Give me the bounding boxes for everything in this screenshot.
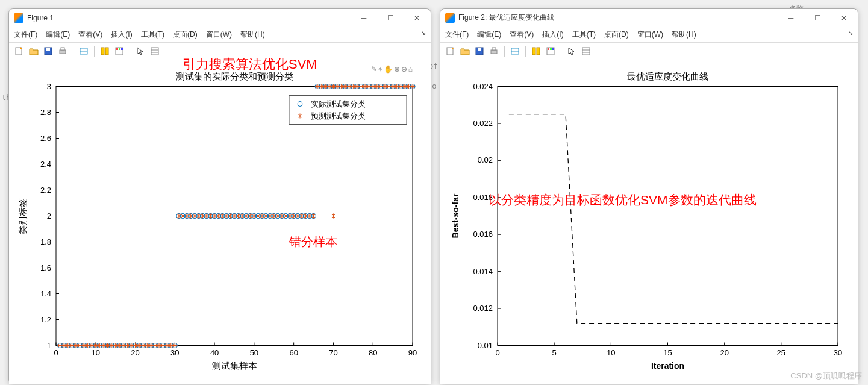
colorbar-button[interactable]	[113, 45, 126, 58]
save-button[interactable]	[42, 45, 55, 58]
close-button[interactable]: ✕	[408, 12, 426, 24]
svg-text:50: 50	[250, 348, 258, 357]
datatip-icon[interactable]: ⌖	[378, 65, 382, 74]
svg-text:类别标签: 类别标签	[17, 198, 28, 234]
menu-overflow-icon[interactable]: ↘	[421, 30, 426, 40]
new-figure-button[interactable]	[444, 45, 457, 58]
svg-rect-167	[548, 48, 549, 50]
menu-tools[interactable]: 工具(T)	[141, 30, 164, 40]
open-button[interactable]	[27, 45, 40, 58]
svg-rect-173	[498, 87, 838, 346]
svg-text:70: 70	[329, 348, 337, 357]
svg-text:10: 10	[92, 348, 100, 357]
svg-text:1.2: 1.2	[40, 315, 51, 324]
new-figure-button[interactable]	[13, 45, 26, 58]
svg-rect-10	[116, 48, 118, 50]
svg-text:0.01: 0.01	[478, 341, 493, 350]
svg-text:实际测试集分类: 实际测试集分类	[311, 99, 366, 108]
svg-text:Best-so-far: Best-so-far	[451, 193, 460, 238]
menu-window[interactable]: 窗口(W)	[206, 30, 232, 40]
svg-text:40: 40	[210, 348, 219, 357]
svg-rect-170	[582, 48, 590, 55]
menubar: 文件(F) 编辑(E) 查看(V) 插入(I) 工具(T) 桌面(D) 窗口(W…	[9, 27, 431, 43]
svg-rect-12	[121, 48, 123, 50]
svg-rect-160	[491, 50, 497, 54]
titlebar[interactable]: Figure 1 ─ ☐ ✕	[9, 9, 431, 27]
menu-tools[interactable]: 工具(T)	[572, 30, 596, 40]
print-button[interactable]	[56, 45, 69, 58]
menu-insert[interactable]: 插入(I)	[542, 30, 563, 40]
svg-text:30: 30	[834, 348, 842, 357]
menu-view[interactable]: 查看(V)	[510, 30, 534, 40]
svg-text:1: 1	[47, 341, 51, 350]
brush-icon[interactable]: ✎	[371, 65, 377, 74]
menu-edit[interactable]: 编辑(E)	[46, 30, 70, 40]
svg-text:2.6: 2.6	[40, 134, 51, 143]
svg-text:20: 20	[720, 348, 728, 357]
svg-text:1.4: 1.4	[40, 289, 51, 298]
svg-text:90: 90	[408, 348, 417, 357]
svg-rect-164	[532, 48, 535, 55]
watermark: CSDN @顶呱呱程序	[790, 371, 862, 381]
svg-text:15: 15	[663, 348, 672, 357]
print-button[interactable]	[487, 45, 501, 58]
svg-text:测试集的实际分类和预测分类: 测试集的实际分类和预测分类	[176, 71, 293, 81]
link-button[interactable]	[77, 45, 90, 58]
plot-area-2: 0510152025300.010.0120.0140.0160.0180.02…	[440, 60, 858, 384]
svg-text:60: 60	[289, 348, 298, 357]
menu-edit[interactable]: 编辑(E)	[477, 30, 501, 40]
svg-text:0.02: 0.02	[478, 155, 493, 164]
menu-help[interactable]: 帮助(H)	[672, 30, 696, 40]
pointer-button[interactable]	[134, 45, 147, 58]
svg-rect-11	[119, 48, 120, 50]
svg-text:0.014: 0.014	[473, 267, 493, 276]
zoomin-icon[interactable]: ⊕	[394, 65, 400, 74]
maximize-button[interactable]: ☐	[808, 12, 826, 24]
svg-rect-161	[492, 48, 496, 50]
svg-rect-168	[550, 48, 552, 50]
svg-text:2.4: 2.4	[40, 160, 51, 169]
menu-help[interactable]: 帮助(H)	[240, 30, 265, 40]
close-button[interactable]: ✕	[835, 12, 853, 24]
line-chart: 0510152025300.010.0120.0140.0160.0180.02…	[440, 60, 858, 384]
svg-text:30: 30	[170, 348, 179, 357]
svg-rect-8	[105, 48, 108, 55]
svg-text:最优适应度变化曲线: 最优适应度变化曲线	[627, 71, 708, 81]
minimize-button[interactable]: ─	[355, 12, 373, 24]
menu-file[interactable]: 文件(F)	[14, 30, 37, 40]
menu-desktop[interactable]: 桌面(D)	[173, 30, 198, 40]
inspector-button[interactable]	[148, 45, 161, 58]
menu-desktop[interactable]: 桌面(D)	[604, 30, 629, 40]
menu-window[interactable]: 窗口(W)	[637, 30, 663, 40]
figure-1-window: Figure 1 ─ ☐ ✕ 文件(F) 编辑(E) 查看(V) 插入(I) 工…	[8, 8, 431, 384]
minimize-button[interactable]: ─	[782, 12, 800, 24]
pan-icon[interactable]: ✋	[384, 65, 393, 74]
pointer-button[interactable]	[565, 45, 578, 58]
window-title: Figure 2: 最优适应度变化曲线	[458, 13, 782, 23]
menu-view[interactable]: 查看(V)	[78, 30, 102, 40]
menu-overflow-icon[interactable]: ↘	[848, 30, 853, 40]
svg-text:测试集样本: 测试集样本	[212, 360, 257, 371]
svg-text:2: 2	[47, 211, 51, 221]
svg-rect-165	[537, 48, 540, 55]
maximize-button[interactable]: ☐	[381, 12, 399, 24]
menu-file[interactable]: 文件(F)	[445, 30, 469, 40]
home-icon[interactable]: ⌂	[408, 65, 413, 74]
data-cursor-button[interactable]	[98, 45, 111, 58]
titlebar[interactable]: Figure 2: 最优适应度变化曲线 ─ ☐ ✕	[440, 9, 858, 27]
figure-2-window: Figure 2: 最优适应度变化曲线 ─ ☐ ✕ 文件(F) 编辑(E) 查看…	[440, 8, 858, 384]
svg-rect-159	[478, 48, 481, 51]
svg-text:0.016: 0.016	[473, 230, 493, 239]
inspector-button[interactable]	[579, 45, 593, 58]
data-cursor-button[interactable]	[529, 45, 543, 58]
zoomout-icon[interactable]: ⊖	[401, 65, 407, 74]
link-button[interactable]	[508, 45, 522, 58]
save-button[interactable]	[473, 45, 486, 58]
svg-rect-3	[60, 50, 66, 54]
svg-text:0.024: 0.024	[473, 82, 493, 91]
svg-text:0.012: 0.012	[473, 304, 493, 313]
colorbar-button[interactable]	[544, 45, 557, 58]
toolbar	[9, 43, 431, 60]
menu-insert[interactable]: 插入(I)	[111, 30, 132, 40]
open-button[interactable]	[458, 45, 472, 58]
